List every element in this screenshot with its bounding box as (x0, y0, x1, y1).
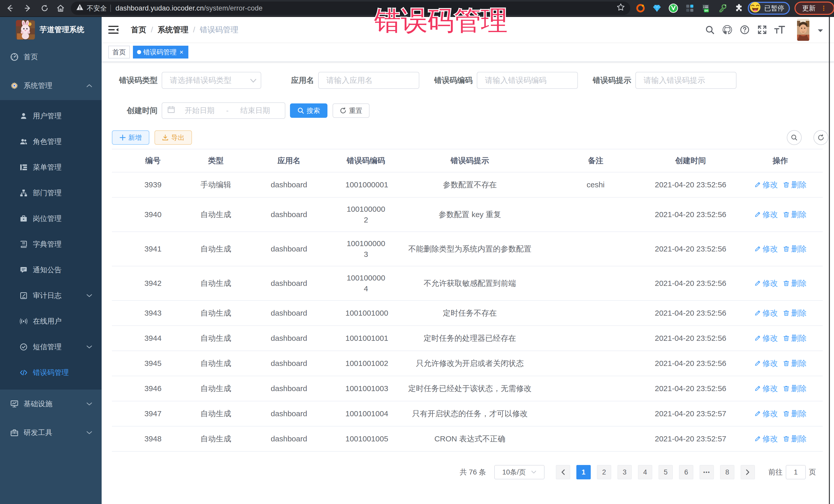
tag-home[interactable]: 首页 (108, 46, 130, 59)
page-button-5[interactable]: 5 (658, 465, 673, 479)
sidebar-item-error-code[interactable]: 错误码管理 (0, 360, 102, 386)
extension-paused-badge[interactable]: 已暂停 (748, 2, 790, 15)
extension-on-badge-icon[interactable]: on (701, 3, 711, 13)
edit-link[interactable]: 修改 (754, 434, 778, 444)
toggle-search-button[interactable] (787, 130, 802, 145)
prev-page-button[interactable] (556, 465, 570, 479)
sidebar-item-menus[interactable]: 菜单管理 (0, 154, 102, 180)
help-question-icon[interactable] (736, 17, 753, 43)
sidebar-item-notices[interactable]: 通知公告 (0, 257, 102, 283)
extension-blue-gem-icon[interactable] (652, 3, 662, 13)
edit-link[interactable]: 修改 (754, 244, 778, 254)
col-header-code[interactable]: 错误码编码 (340, 149, 392, 172)
create-time-range-picker[interactable]: 开始日期 - 结束日期 (162, 103, 285, 119)
col-header-time[interactable]: 创建时间 (643, 149, 738, 172)
refresh-table-button[interactable] (813, 130, 828, 145)
browser-home-button[interactable] (53, 1, 68, 15)
github-icon[interactable] (719, 17, 736, 43)
font-size-icon[interactable] (771, 17, 788, 43)
col-header-type[interactable]: 类型 (194, 149, 238, 172)
edit-link[interactable]: 修改 (754, 308, 778, 319)
page-button-2[interactable]: 2 (597, 465, 611, 479)
app-name-input[interactable]: 请输入应用名 (318, 72, 419, 89)
next-page-button[interactable] (741, 465, 755, 479)
page-button-3[interactable]: 3 (617, 465, 632, 479)
cell-actions: 修改删除 (738, 426, 823, 452)
sidebar-logo[interactable]: 芋道管理系统 (0, 17, 102, 43)
edit-link[interactable]: 修改 (754, 210, 778, 220)
export-button[interactable]: 导出 (154, 130, 192, 145)
browser-forward-button[interactable] (20, 1, 36, 15)
fullscreen-icon[interactable] (753, 17, 771, 43)
delete-link[interactable]: 删除 (783, 180, 807, 190)
sidebar-item-roles[interactable]: 角色管理 (0, 129, 102, 154)
tag-close-icon[interactable]: × (179, 48, 184, 56)
delete-link[interactable]: 删除 (783, 409, 807, 419)
sidebar-item-dev-tools[interactable]: 研发工具 (0, 418, 102, 447)
add-button[interactable]: 新增 (112, 130, 149, 145)
extension-orange-ring-icon[interactable] (635, 3, 646, 13)
edit-link[interactable]: 修改 (754, 358, 778, 369)
col-header-id[interactable]: 编号 (112, 149, 194, 172)
security-label[interactable]: 不安全 (87, 4, 107, 13)
sidebar-item-audit-log[interactable]: 审计日志 (0, 283, 102, 308)
extension-squares-icon[interactable] (685, 3, 695, 13)
col-header-msg[interactable]: 错误码提示 (392, 149, 548, 172)
bookmark-star-icon[interactable] (616, 3, 625, 14)
delete-link[interactable]: 删除 (783, 333, 807, 344)
sidebar-item-home[interactable]: 首页 (0, 43, 102, 71)
sidebar-item-system[interactable]: 系统管理 (0, 71, 102, 100)
page-button-4[interactable]: 4 (638, 465, 652, 479)
col-header-app[interactable]: 应用名 (238, 149, 340, 172)
delete-link[interactable]: 删除 (783, 358, 807, 369)
error-msg-input[interactable]: 请输入错误码提示 (635, 72, 737, 89)
scrollbar[interactable] (829, 17, 830, 504)
delete-link[interactable]: 删除 (783, 278, 807, 289)
delete-link[interactable]: 删除 (783, 384, 807, 394)
edit-link[interactable]: 修改 (754, 180, 778, 190)
page-button-1[interactable]: 1 (576, 465, 591, 479)
tag-error-code[interactable]: 错误码管理 × (133, 46, 188, 59)
error-type-select[interactable]: 请选择错误码类型 (162, 72, 261, 89)
edit-link[interactable]: 修改 (754, 278, 778, 289)
error-code-input[interactable]: 请输入错误码编码 (477, 72, 578, 89)
col-header-actions[interactable]: 操作 (738, 149, 823, 172)
sidebar-item-departments[interactable]: 部门管理 (0, 180, 102, 206)
browser-back-button[interactable] (2, 1, 18, 15)
edit-link[interactable]: 修改 (754, 333, 778, 344)
breadcrumb-section[interactable]: 系统管理 (158, 25, 188, 35)
extension-green-circle-icon[interactable] (668, 3, 679, 13)
edit-link[interactable]: 修改 (754, 409, 778, 419)
page-button-6[interactable]: 6 (679, 465, 694, 479)
browser-update-button[interactable]: 更新 (794, 2, 834, 15)
sidebar-item-sms[interactable]: 短信管理 (0, 334, 102, 360)
sidebar-item-positions[interactable]: 岗位管理 (0, 206, 102, 232)
delete-link[interactable]: 删除 (783, 210, 807, 220)
goto-page-input[interactable]: 1 (786, 465, 806, 479)
reset-button[interactable]: 重置 (333, 104, 370, 118)
sidebar-item-online-users[interactable]: 在线用户 (0, 308, 102, 334)
browser-reload-button[interactable] (37, 1, 52, 15)
sidebar-item-dictionary[interactable]: 字典管理 (0, 232, 102, 257)
sidebar-item-infrastructure[interactable]: 基础设施 (0, 390, 102, 418)
header-search-icon[interactable] (701, 17, 719, 43)
page-button-8[interactable]: 8 (720, 465, 734, 479)
extension-key-icon[interactable] (718, 3, 728, 13)
url-text[interactable]: dashboard.yudao.iocoder.cn/system/error-… (115, 4, 263, 12)
browser-address-bar[interactable]: 不安全 dashboard.yudao.iocoder.cn/system/er… (71, 2, 630, 15)
delete-link[interactable]: 删除 (783, 434, 807, 444)
security-warning-icon[interactable] (76, 3, 84, 13)
delete-link[interactable]: 删除 (783, 308, 807, 319)
user-menu[interactable] (797, 19, 834, 41)
delete-link[interactable]: 删除 (783, 244, 807, 254)
browser-menu-kebab-icon[interactable] (821, 4, 827, 13)
page-size-select[interactable]: 10条/页 (494, 465, 545, 479)
edit-link[interactable]: 修改 (754, 384, 778, 394)
extensions-puzzle-icon[interactable] (734, 3, 744, 13)
sidebar-item-users[interactable]: 用户管理 (0, 103, 102, 129)
search-button[interactable]: 搜索 (290, 104, 327, 118)
sidebar-toggle-icon[interactable] (108, 25, 118, 35)
page-more-button[interactable]: ••• (700, 465, 714, 479)
col-header-remark[interactable]: 备注 (548, 149, 643, 172)
breadcrumb-home[interactable]: 首页 (131, 25, 146, 35)
